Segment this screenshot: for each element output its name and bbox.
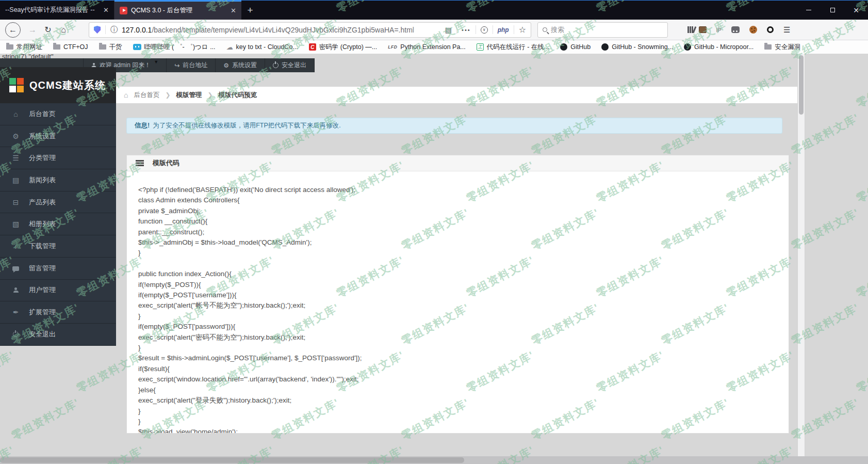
library-icon[interactable] [687, 26, 689, 33]
sidebar-label: 安全退出 [29, 330, 56, 339]
search-input[interactable] [551, 26, 649, 34]
crypto-c-icon: C [309, 43, 316, 51]
divider [456, 25, 457, 34]
sidebar-item-products[interactable]: ⊟产品列表 [0, 191, 116, 214]
forward-button[interactable]: → [25, 22, 40, 38]
tab-close-icon[interactable]: ✕ [103, 6, 109, 14]
sidebar-item-news[interactable]: ▤新闻列表 [0, 169, 116, 191]
bookmark-star-icon[interactable]: ☆ [519, 25, 526, 35]
code-line: private $_adminObj; [138, 206, 789, 216]
site-info-icon[interactable]: ⓘ [110, 25, 118, 35]
bookmark-github[interactable]: GitHub [560, 43, 591, 51]
home-button[interactable]: ⌂ [56, 22, 71, 38]
maximize-button[interactable] [821, 1, 844, 20]
sidebar-item-logout[interactable]: 安全退出 [0, 324, 116, 346]
panel-header: 模版代码 [127, 155, 789, 171]
back-button[interactable]: ← [5, 22, 21, 38]
qcms-logo[interactable]: QCMS建站系统 [0, 67, 116, 103]
bookmark-bilibili[interactable]: 哔哩哔哩 ( ゜- ゜)つロ ... [133, 43, 216, 52]
code-line: $this->_adminObj = $this->load_model('QC… [138, 237, 789, 248]
reader-mode-icon[interactable]: ▤ [445, 26, 452, 34]
bookmark-label: Python Extension Pa... [400, 43, 465, 51]
archive-icon: ⊟ [11, 198, 20, 206]
search-box[interactable] [537, 22, 668, 38]
template-code-panel: 模版代码 <?php if (!defined('BASEPATH')) exi… [126, 155, 789, 434]
bookmark-folder[interactable]: 常用网址 [6, 43, 42, 52]
newspaper-icon: ▤ [11, 176, 20, 184]
bookmark-label: 哔哩哔哩 ( ゜- ゜)つロ ... [144, 43, 216, 52]
code-line: $this->load_view('home/admin'); [138, 427, 789, 434]
chevron-right-icon: ❯ [165, 91, 170, 99]
sidebar-item-messages[interactable]: 留言管理 [0, 258, 116, 280]
list-bars-icon [136, 160, 144, 162]
horizontal-scrollbar[interactable] [0, 456, 868, 464]
bookmark-label: GitHub [570, 43, 591, 51]
new-tab-button[interactable]: + [241, 1, 259, 20]
url-bar[interactable]: ⓘ 127.0.0.1/backend/template/tempview/Li… [89, 22, 531, 38]
browser-tab-qcms[interactable]: QCMS 3.0 - 后台管理 ✕ [114, 1, 241, 20]
gear-icon: ⚙ [11, 132, 20, 140]
reload-button[interactable]: ↻ [40, 22, 56, 38]
window-controls: ✕ [797, 1, 868, 20]
pen-icon: ✒ [11, 308, 20, 316]
bookmark-github-micropoor[interactable]: GitHub - Micropoor... [684, 43, 754, 51]
sidebar-label: 后台首页 [29, 109, 56, 119]
screenshot-extension-icon[interactable] [699, 26, 707, 33]
ip-extension-icon[interactable]: IP [716, 27, 722, 33]
code-line: } [138, 248, 789, 258]
sidebar-item-downloads[interactable]: ↓下载管理 [0, 235, 116, 258]
bookmark-cloud[interactable]: ☁key to txt - CloudCo... [226, 43, 298, 51]
sidebar-item-categories[interactable]: ☰分类管理 [0, 147, 116, 169]
tab-title: --Seay代码审计系统漏洞报告 -- [5, 6, 99, 14]
panel-title: 模版代码 [153, 158, 179, 168]
sidebar-label: 相册列表 [29, 219, 56, 229]
bookmark-folder[interactable]: 干货 [99, 43, 122, 52]
scrollbar-thumb[interactable] [799, 55, 804, 115]
page-actions-icon[interactable]: ••• [462, 27, 471, 33]
sidebar-item-users[interactable]: 用户管理 [0, 280, 116, 302]
sidebar-label: 新闻列表 [29, 175, 56, 185]
scrollbar-thumb[interactable] [0, 457, 464, 463]
github-icon [560, 43, 567, 51]
minimize-button[interactable] [797, 1, 821, 20]
bookmark-folder-vuln[interactable]: 安全漏洞 [764, 43, 800, 52]
code-line: if(empty($_POST['username'])){ [138, 290, 789, 300]
protection-shield-icon[interactable] [94, 26, 101, 34]
code-line: if(empty($_POST['password'])){ [138, 322, 789, 332]
breadcrumb-template-link[interactable]: 模版管理 [176, 91, 202, 100]
code-line: exec_script('alert("登录失败");history.back(… [138, 395, 789, 406]
sidebar-item-albums[interactable]: ▧相册列表 [0, 213, 116, 235]
breadcrumb-home-link[interactable]: 后台首页 [134, 91, 159, 100]
browser-tab-seay[interactable]: --Seay代码审计系统漏洞报告 -- ✕ [0, 1, 114, 20]
power-icon [11, 330, 20, 339]
bookmark-coderunner[interactable]: 工代码在线运行 - 在线... [477, 43, 550, 52]
url-text[interactable]: 127.0.0.1/backend/template/tempview/Li4v… [122, 26, 445, 34]
topbar-logout[interactable]: 安全退出 [265, 58, 315, 72]
tab-close-icon[interactable]: ✕ [231, 7, 236, 14]
close-button[interactable]: ✕ [844, 1, 868, 20]
bookmark-github-snowming[interactable]: GitHub - Snowming... [601, 43, 673, 51]
chevron-right-icon: ❯ [208, 91, 213, 99]
sidebar-item-home[interactable]: ⌂后台首页 [0, 103, 116, 125]
menu-icon[interactable]: ☰ [783, 25, 790, 35]
alert-text: 为了安全不提供在线修改模版，请用FTP把代码下载下来后再修改. [153, 121, 341, 130]
code-runner-icon: 工 [477, 43, 484, 51]
pocket-icon[interactable]: ∨ [481, 26, 488, 34]
sidebar-item-extensions[interactable]: ✒扩展管理 [0, 301, 116, 324]
content-vertical-scrollbar[interactable] [797, 54, 805, 456]
sidebar-item-settings[interactable]: ⚙系统设置 [0, 125, 116, 148]
php-extension-icon[interactable]: php [498, 26, 509, 34]
topbar-frontend-link[interactable]: ↪ 前台地址 [166, 58, 215, 72]
code-line: exec_script('window.location.href="'.url… [138, 374, 789, 385]
code-line: if($result){ [138, 364, 789, 374]
github-icon [601, 43, 609, 51]
container-extension-icon[interactable] [731, 26, 740, 33]
adblock-extension-icon[interactable] [767, 26, 774, 33]
topbar-label: 前台地址 [183, 61, 207, 70]
bookmark-crypto[interactable]: C密码学 (Crypto) —... [309, 43, 378, 52]
bookmark-folder[interactable]: CTF+OJ [53, 43, 88, 51]
bookmark-python[interactable]: LFDPython Extension Pa... [388, 43, 466, 51]
cookie-extension-icon[interactable] [749, 26, 757, 34]
topbar-system-settings[interactable]: ⚙ 系统设置 [215, 58, 265, 72]
bookmark-label: 安全漏洞 [775, 43, 800, 52]
